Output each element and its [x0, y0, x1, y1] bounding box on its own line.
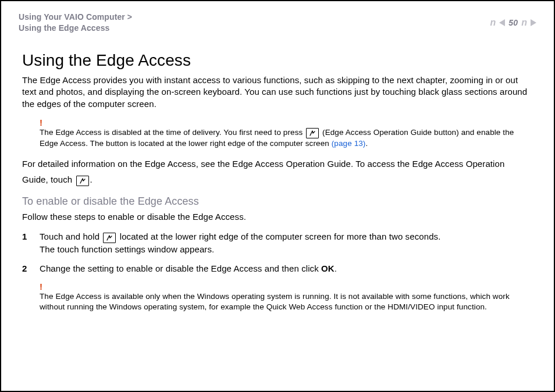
step-1-c: The touch function settings window appea…	[40, 244, 214, 254]
note-2: The Edge Access is available only when t…	[40, 291, 533, 312]
step-2: 2 Change the setting to enable or disabl…	[22, 262, 533, 275]
page-13-link[interactable]: (page 13)	[332, 139, 366, 148]
warning-mark-2: !	[40, 281, 533, 291]
note-1-c: .	[365, 139, 368, 148]
breadcrumb-line-1: Using Your VAIO Computer >	[19, 12, 132, 23]
step-2-a: Change the setting to enable or disable …	[40, 263, 321, 273]
page-n-leading: n	[490, 17, 496, 28]
page-title: Using the Edge Access	[22, 51, 533, 70]
para-2-b: .	[90, 174, 92, 184]
page-header: Using Your VAIO Computer > Using the Edg…	[19, 12, 536, 34]
page-n-trailing: n	[521, 17, 527, 28]
prev-page-icon[interactable]	[499, 19, 505, 26]
next-page-icon[interactable]	[531, 19, 536, 26]
page-nav: n 50 n	[490, 17, 536, 28]
para-2-a: For detailed information on the Edge Acc…	[22, 159, 504, 184]
edge-access-button-icon	[306, 128, 319, 138]
edge-access-button-icon	[103, 233, 116, 243]
breadcrumb-line-2: Using the Edge Access	[19, 23, 132, 34]
warning-mark-1: !	[40, 117, 533, 127]
note-1-a: The Edge Access is disabled at the time …	[40, 128, 305, 137]
steps-list: 1 Touch and hold located at the lower ri…	[22, 230, 533, 275]
step-2-body: Change the setting to enable or disable …	[40, 262, 533, 275]
step-2-number: 2	[22, 262, 29, 275]
section-heading: To enable or disable the Edge Access	[22, 195, 533, 208]
document-page: Using Your VAIO Computer > Using the Edg…	[0, 0, 555, 392]
para-3: Follow these steps to enable or disable …	[22, 211, 533, 223]
step-1-a: Touch and hold	[40, 231, 102, 241]
step-2-b: .	[335, 263, 337, 273]
step-1-b: located at the lower right edge of the c…	[120, 231, 441, 241]
step-1-body: Touch and hold located at the lower righ…	[40, 230, 533, 255]
step-1-number: 1	[22, 230, 29, 255]
note-1: The Edge Access is disabled at the time …	[40, 127, 533, 149]
ok-label: OK	[321, 263, 335, 273]
edge-access-button-icon	[76, 176, 89, 186]
page-content: Using the Edge Access The Edge Access pr…	[22, 51, 533, 312]
breadcrumb: Using Your VAIO Computer > Using the Edg…	[19, 12, 132, 34]
intro-paragraph: The Edge Access provides you with instan…	[22, 74, 533, 111]
para-2: For detailed information on the Edge Acc…	[22, 156, 533, 187]
step-1: 1 Touch and hold located at the lower ri…	[22, 230, 533, 255]
page-number: 50	[508, 18, 518, 27]
